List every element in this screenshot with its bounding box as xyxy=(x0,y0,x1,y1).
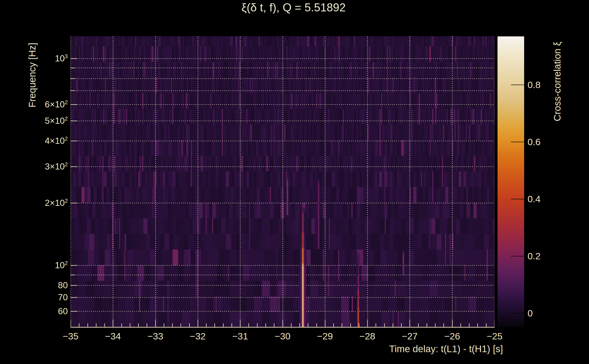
colorbar-tick xyxy=(511,199,524,199)
chart-title: ξ(δ t, f), Q = 5.51892 xyxy=(157,1,430,14)
y-tick-label: 103 xyxy=(18,53,68,64)
x-axis-title: Time delay: t(L1) - t(H1) [s] xyxy=(319,344,503,354)
colorbar-tick-label: 0.4 xyxy=(528,194,564,205)
colorbar-gradient xyxy=(497,36,524,327)
colorbar-tick xyxy=(511,313,524,313)
x-tick-label: −31 xyxy=(224,331,256,342)
y-axis-title: Frequency [Hz] xyxy=(27,18,38,132)
x-tick-label: −35 xyxy=(55,331,86,342)
x-tick-label: −32 xyxy=(182,331,214,342)
x-tick-label: −34 xyxy=(97,331,129,342)
y-tick-label: 80 xyxy=(18,280,68,291)
colorbar-title: Cross-correlation ξ xyxy=(552,22,563,141)
y-tick-label: 5×102 xyxy=(18,115,68,126)
y-tick-label: 60 xyxy=(18,306,68,317)
y-tick-label: 6×102 xyxy=(18,99,68,110)
y-tick-label: 70 xyxy=(18,292,68,303)
x-tick-label: −33 xyxy=(139,331,171,342)
colorbar-tick-label: 0.2 xyxy=(528,251,564,262)
y-tick-label: 102 xyxy=(18,260,68,271)
y-tick-label: 4×102 xyxy=(18,135,68,146)
x-tick-label: −29 xyxy=(309,331,341,342)
x-tick-label: −30 xyxy=(267,331,299,342)
x-tick-label: −27 xyxy=(394,331,425,342)
x-tick-label: −28 xyxy=(351,331,383,342)
x-tick-label: −25 xyxy=(479,331,510,342)
x-tick-label: −26 xyxy=(436,331,468,342)
colorbar-tick xyxy=(511,142,524,142)
colorbar-tick xyxy=(511,256,524,256)
y-tick-label: 2×102 xyxy=(18,197,68,208)
heatmap-canvas xyxy=(71,36,495,328)
figure: ξ(δ t, f), Q = 5.51892 Frequency [Hz] Ti… xyxy=(0,0,589,364)
colorbar-tick xyxy=(511,85,524,85)
colorbar-tick-label: 0 xyxy=(528,308,564,319)
y-tick-label: 3×102 xyxy=(18,161,68,172)
